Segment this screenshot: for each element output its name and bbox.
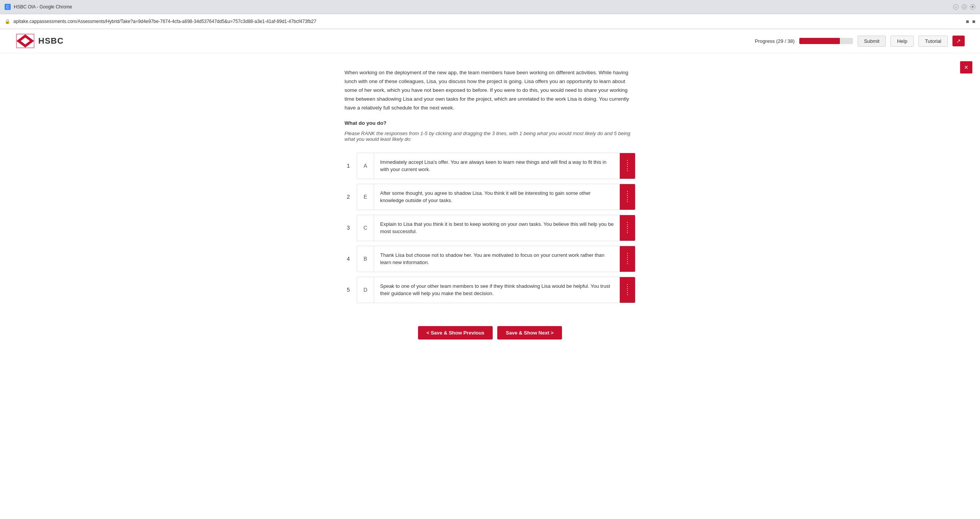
ranking-item: 3 C Explain to Lisa that you think it is… [345,215,635,241]
rank-card: A Immediately accept Lisa's offer. You a… [357,153,635,179]
rank-letter: C [357,215,374,241]
logo-text: HSBC [38,36,64,46]
drag-handle-icon: ⋮⋮ [624,191,631,203]
main-content: When working on the deployment of the ne… [337,53,643,362]
progress-bar-background [799,38,853,44]
hsbc-logo: HSBC [15,34,64,48]
maximize-button[interactable]: □ [962,4,967,10]
window-controls[interactable]: − □ ✕ [953,4,975,10]
drag-handle[interactable]: ⋮⋮ [620,184,635,210]
instruction-text: Please RANK the responses from 1-5 by cl… [345,131,635,142]
rank-number: 2 [345,194,352,200]
browser-titlebar: C HSBC OIA - Google Chrome − □ ✕ [0,0,980,14]
rank-text: After some thought, you agree to shadow … [374,184,620,210]
rank-card: E After some thought, you agree to shado… [357,184,635,210]
drag-handle[interactable]: ⋮⋮ [620,153,635,179]
ssl-lock-icon: 🔒 [5,19,10,24]
rank-letter: A [357,153,374,179]
rank-number: 3 [345,225,352,231]
browser-tab-icon: C [5,4,11,10]
rank-letter: E [357,184,374,210]
save-show-next-button[interactable]: Save & Show Next > [497,326,562,339]
progress-bar-fill [799,38,840,44]
rank-letter: B [357,246,374,272]
extensions-icon[interactable]: ■ [966,18,969,24]
drag-handle-icon: ⋮⋮ [624,284,631,296]
drag-handle[interactable]: ⋮⋮ [620,246,635,272]
browser-chrome: C HSBC OIA - Google Chrome − □ ✕ 🔒 apita… [0,0,980,29]
app-container: HSBC Progress (29 / 38) Submit Help Tuto… [0,29,980,519]
close-panel-button[interactable]: × [960,61,972,73]
ranking-item: 2 E After some thought, you agree to sha… [345,184,635,210]
ranking-item: 4 B Thank Lisa but choose not to shadow … [345,246,635,272]
drag-handle-icon: ⋮⋮ [624,253,631,265]
rank-card: C Explain to Lisa that you think it is b… [357,215,635,241]
scenario-text: When working on the deployment of the ne… [345,69,635,113]
rank-number: 1 [345,163,352,169]
rank-text: Immediately accept Lisa's offer. You are… [374,153,620,179]
drag-handle-icon: ⋮⋮ [624,160,631,172]
rank-number: 5 [345,287,352,293]
rank-text: Explain to Lisa that you think it is bes… [374,215,620,241]
drag-handle[interactable]: ⋮⋮ [620,277,635,303]
rank-letter: D [357,277,374,303]
drag-handle[interactable]: ⋮⋮ [620,215,635,241]
ranking-item: 5 D Speak to one of your other team memb… [345,277,635,303]
question-label: What do you do? [345,120,635,126]
rank-number: 4 [345,256,352,262]
profile-icon[interactable]: ■ [972,18,975,24]
progress-label: Progress (29 / 38) [755,38,795,44]
close-window-button[interactable]: ✕ [970,4,975,10]
ranking-item: 1 A Immediately accept Lisa's offer. You… [345,153,635,179]
url-bar[interactable]: apitake.cappassessments.com/Assessments/… [13,19,963,24]
app-header: HSBC Progress (29 / 38) Submit Help Tuto… [0,29,980,53]
rank-card: B Thank Lisa but choose not to shadow he… [357,246,635,272]
help-button[interactable]: Help [890,36,914,47]
rank-card: D Speak to one of your other team member… [357,277,635,303]
nav-buttons: < Save & Show Previous Save & Show Next … [345,318,635,347]
browser-action-icons: ■ ■ [966,18,975,24]
drag-handle-icon: ⋮⋮ [624,222,631,234]
rank-text: Speak to one of your other team members … [374,277,620,303]
save-show-previous-button[interactable]: < Save & Show Previous [418,326,493,339]
rank-text: Thank Lisa but choose not to shadow her.… [374,246,620,272]
header-right: Progress (29 / 38) Submit Help Tutorial … [755,36,965,47]
progress-bar-container [799,38,853,44]
fullscreen-button[interactable]: ↗ [952,36,965,46]
tutorial-button[interactable]: Tutorial [918,36,948,47]
hsbc-logo-icon [15,34,35,48]
submit-button[interactable]: Submit [858,36,886,47]
browser-tab-title: HSBC OIA - Google Chrome [14,4,72,10]
ranking-list: 1 A Immediately accept Lisa's offer. You… [345,153,635,303]
minimize-button[interactable]: − [953,4,959,10]
browser-addressbar: 🔒 apitake.cappassessments.com/Assessment… [0,14,980,29]
